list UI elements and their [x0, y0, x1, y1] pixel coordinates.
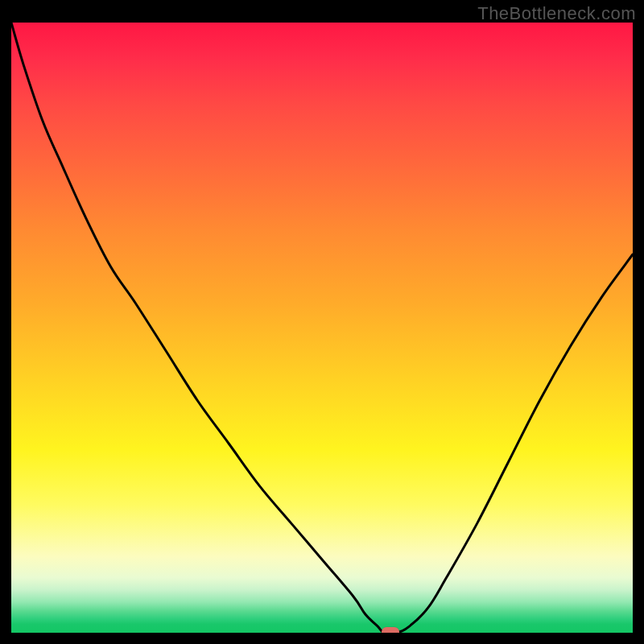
minimum-marker — [382, 627, 399, 633]
chart-frame: TheBottleneck.com — [0, 0, 644, 644]
plot-area — [11, 23, 633, 633]
curve-path — [11, 23, 633, 633]
bottleneck-curve — [11, 23, 633, 633]
watermark-text: TheBottleneck.com — [477, 3, 636, 24]
